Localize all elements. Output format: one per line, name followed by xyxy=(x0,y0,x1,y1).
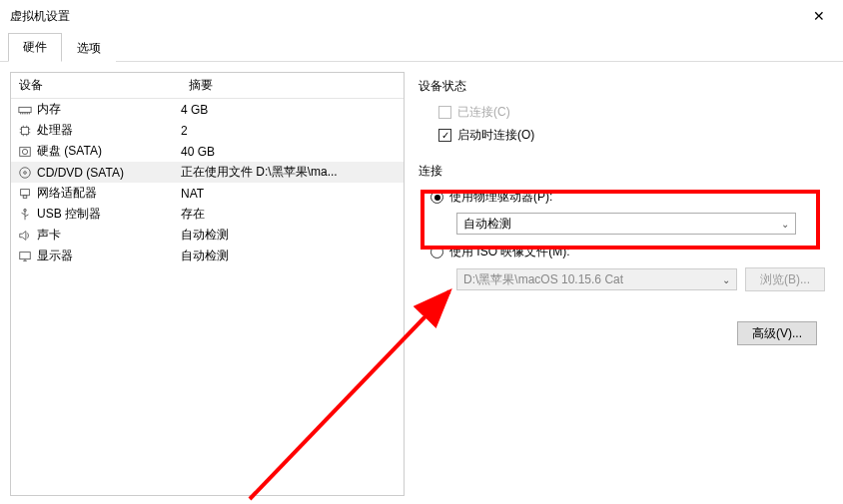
svg-point-19 xyxy=(24,171,27,174)
window-title: 虚拟机设置 xyxy=(10,8,70,25)
table-row[interactable]: 硬盘 (SATA) 40 GB xyxy=(11,141,404,162)
tab-options[interactable]: 选项 xyxy=(62,34,116,62)
settings-panel: 设备状态 已连接(C) 启动时连接(O) 连接 使用物理驱动器(P): 自动检测… xyxy=(419,72,833,496)
device-name: CD/DVD (SATA) xyxy=(37,166,124,180)
svg-point-17 xyxy=(22,149,27,154)
checkbox-icon xyxy=(438,129,451,142)
group-connection: 连接 xyxy=(419,163,825,180)
device-name: 硬盘 (SATA) xyxy=(37,143,102,160)
advanced-button[interactable]: 高级(V)... xyxy=(737,321,817,345)
radio-icon xyxy=(430,246,443,258)
svg-rect-7 xyxy=(22,127,29,134)
dropdown-iso-path: D:\黑苹果\macOS 10.15.6 Cat ⌄ xyxy=(456,268,737,290)
dropdown-physical-drive[interactable]: 自动检测 ⌄ xyxy=(456,213,796,235)
network-icon xyxy=(17,186,33,202)
device-summary: 4 GB xyxy=(181,103,404,117)
svg-marker-26 xyxy=(20,231,26,240)
table-row[interactable]: 声卡 自动检测 xyxy=(11,225,404,246)
table-row[interactable]: 网络适配器 NAT xyxy=(11,183,404,204)
checkbox-label: 已连接(C) xyxy=(457,104,510,121)
radio-icon xyxy=(430,191,443,204)
device-summary: 40 GB xyxy=(181,145,404,159)
svg-rect-21 xyxy=(23,195,27,198)
svg-line-24 xyxy=(22,213,26,215)
col-summary: 摘要 xyxy=(181,73,404,98)
device-summary: 2 xyxy=(181,124,404,138)
table-header: 设备 摘要 xyxy=(11,73,404,99)
radio-use-physical[interactable]: 使用物理驱动器(P): xyxy=(430,186,825,209)
device-rows: 内存 4 GB 处理器 2 硬盘 (SATA) 40 GB xyxy=(11,99,404,266)
table-row[interactable]: USB 控制器 存在 xyxy=(11,204,404,225)
device-name: 显示器 xyxy=(37,248,73,264)
cpu-icon xyxy=(17,123,33,139)
sound-icon xyxy=(17,228,33,244)
browse-button: 浏览(B)... xyxy=(745,267,825,291)
device-name: 网络适配器 xyxy=(37,185,97,202)
chevron-down-icon: ⌄ xyxy=(722,274,730,285)
dropdown-value: 自动检测 xyxy=(463,216,511,233)
table-row[interactable]: 处理器 2 xyxy=(11,120,404,141)
tab-bar: 硬件 选项 xyxy=(0,32,843,62)
col-device: 设备 xyxy=(11,73,181,98)
radio-label: 使用 ISO 映像文件(M): xyxy=(449,244,570,260)
device-summary: 自动检测 xyxy=(181,227,404,244)
dropdown-value: D:\黑苹果\macOS 10.15.6 Cat xyxy=(463,271,623,288)
group-device-status: 设备状态 xyxy=(419,78,825,95)
table-row[interactable]: 显示器 自动检测 xyxy=(11,246,404,266)
svg-rect-27 xyxy=(20,252,31,258)
display-icon xyxy=(17,249,33,264)
disk-icon xyxy=(17,144,33,160)
tab-hardware[interactable]: 硬件 xyxy=(8,33,62,62)
device-name: USB 控制器 xyxy=(37,206,101,223)
device-summary: 自动检测 xyxy=(181,248,404,264)
device-summary: NAT xyxy=(181,187,404,201)
usb-icon xyxy=(17,207,33,223)
device-summary: 正在使用文件 D:\黑苹果\ma... xyxy=(181,164,404,181)
svg-rect-0 xyxy=(19,107,31,112)
device-name: 处理器 xyxy=(37,122,73,139)
cd-icon xyxy=(17,165,33,181)
checkbox-connect-at-power[interactable]: 启动时连接(O) xyxy=(438,124,825,147)
device-list-panel: 设备 摘要 内存 4 GB 处理器 2 xyxy=(10,72,405,496)
chevron-down-icon: ⌄ xyxy=(781,219,789,230)
device-name: 声卡 xyxy=(37,227,61,244)
table-row[interactable]: 内存 4 GB xyxy=(11,99,404,120)
titlebar: 虚拟机设置 ✕ xyxy=(0,0,843,32)
svg-rect-20 xyxy=(21,189,30,195)
radio-label: 使用物理驱动器(P): xyxy=(449,189,552,206)
device-summary: 存在 xyxy=(181,206,404,223)
table-row[interactable]: CD/DVD (SATA) 正在使用文件 D:\黑苹果\ma... xyxy=(11,162,404,183)
checkbox-icon xyxy=(438,106,451,119)
checkbox-label: 启动时连接(O) xyxy=(457,127,534,144)
memory-icon xyxy=(17,102,33,118)
checkbox-connected: 已连接(C) xyxy=(438,101,825,124)
close-icon[interactable]: ✕ xyxy=(805,8,833,24)
svg-point-18 xyxy=(20,167,31,178)
svg-line-25 xyxy=(25,215,29,217)
radio-use-iso[interactable]: 使用 ISO 映像文件(M): xyxy=(430,241,825,263)
device-name: 内存 xyxy=(37,101,61,118)
